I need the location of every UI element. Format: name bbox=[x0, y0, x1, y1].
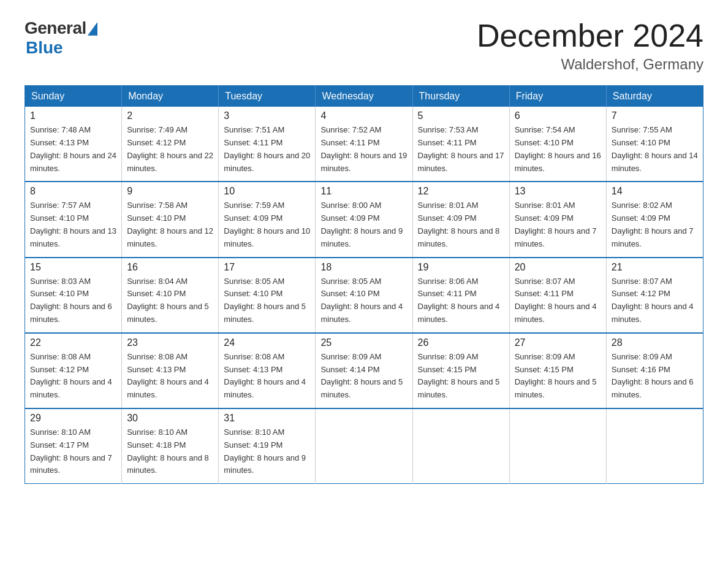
day-info: Sunrise: 8:09 AM Sunset: 4:15 PM Dayligh… bbox=[418, 351, 504, 402]
table-row: 23 Sunrise: 8:08 AM Sunset: 4:13 PM Dayl… bbox=[122, 333, 219, 408]
day-number: 1 bbox=[30, 110, 116, 121]
day-info: Sunrise: 8:09 AM Sunset: 4:14 PM Dayligh… bbox=[320, 351, 407, 402]
table-row: 6 Sunrise: 7:54 AM Sunset: 4:10 PM Dayli… bbox=[509, 107, 606, 182]
day-info: Sunrise: 8:01 AM Sunset: 4:09 PM Dayligh… bbox=[418, 199, 504, 250]
table-row: 21 Sunrise: 8:07 AM Sunset: 4:12 PM Dayl… bbox=[606, 258, 703, 333]
table-row bbox=[316, 408, 412, 484]
day-info: Sunrise: 8:05 AM Sunset: 4:10 PM Dayligh… bbox=[320, 275, 407, 326]
day-info: Sunrise: 7:53 AM Sunset: 4:11 PM Dayligh… bbox=[418, 124, 504, 175]
table-row: 10 Sunrise: 7:59 AM Sunset: 4:09 PM Dayl… bbox=[219, 182, 316, 257]
day-number: 25 bbox=[320, 337, 407, 348]
header-thursday: Thursday bbox=[412, 86, 509, 107]
day-info: Sunrise: 8:08 AM Sunset: 4:13 PM Dayligh… bbox=[127, 351, 213, 402]
table-row: 26 Sunrise: 8:09 AM Sunset: 4:15 PM Dayl… bbox=[412, 333, 509, 408]
day-number: 23 bbox=[127, 337, 213, 348]
calendar-week-row: 29 Sunrise: 8:10 AM Sunset: 4:17 PM Dayl… bbox=[25, 408, 703, 484]
day-info: Sunrise: 8:09 AM Sunset: 4:15 PM Dayligh… bbox=[515, 351, 601, 402]
day-number: 24 bbox=[224, 337, 310, 348]
header-friday: Friday bbox=[509, 86, 606, 107]
day-info: Sunrise: 8:08 AM Sunset: 4:12 PM Dayligh… bbox=[30, 351, 116, 402]
day-number: 8 bbox=[30, 186, 116, 197]
table-row: 15 Sunrise: 8:03 AM Sunset: 4:10 PM Dayl… bbox=[25, 258, 122, 333]
table-row: 18 Sunrise: 8:05 AM Sunset: 4:10 PM Dayl… bbox=[316, 258, 412, 333]
day-info: Sunrise: 8:10 AM Sunset: 4:19 PM Dayligh… bbox=[224, 426, 310, 477]
table-row: 25 Sunrise: 8:09 AM Sunset: 4:14 PM Dayl… bbox=[316, 333, 412, 408]
day-number: 30 bbox=[127, 413, 213, 424]
day-number: 29 bbox=[30, 413, 116, 424]
calendar-week-row: 1 Sunrise: 7:48 AM Sunset: 4:13 PM Dayli… bbox=[25, 107, 703, 182]
table-row: 12 Sunrise: 8:01 AM Sunset: 4:09 PM Dayl… bbox=[412, 182, 509, 257]
title-block: December 2024 Waldershof, Germany bbox=[477, 18, 703, 73]
header-monday: Monday bbox=[122, 86, 219, 107]
table-row: 27 Sunrise: 8:09 AM Sunset: 4:15 PM Dayl… bbox=[509, 333, 606, 408]
day-number: 26 bbox=[418, 337, 504, 348]
day-number: 2 bbox=[127, 110, 213, 121]
day-number: 22 bbox=[30, 337, 116, 348]
day-number: 27 bbox=[515, 337, 601, 348]
calendar-week-row: 22 Sunrise: 8:08 AM Sunset: 4:12 PM Dayl… bbox=[25, 333, 703, 408]
table-row: 8 Sunrise: 7:57 AM Sunset: 4:10 PM Dayli… bbox=[25, 182, 122, 257]
day-number: 10 bbox=[224, 186, 310, 197]
day-number: 31 bbox=[224, 413, 310, 424]
day-info: Sunrise: 8:04 AM Sunset: 4:10 PM Dayligh… bbox=[127, 275, 213, 326]
table-row: 17 Sunrise: 8:05 AM Sunset: 4:10 PM Dayl… bbox=[219, 258, 316, 333]
table-row: 2 Sunrise: 7:49 AM Sunset: 4:12 PM Dayli… bbox=[122, 107, 219, 182]
day-info: Sunrise: 8:01 AM Sunset: 4:09 PM Dayligh… bbox=[515, 199, 601, 250]
day-info: Sunrise: 8:10 AM Sunset: 4:18 PM Dayligh… bbox=[127, 426, 213, 477]
table-row: 28 Sunrise: 8:09 AM Sunset: 4:16 PM Dayl… bbox=[606, 333, 703, 408]
day-number: 13 bbox=[515, 186, 601, 197]
day-info: Sunrise: 8:00 AM Sunset: 4:09 PM Dayligh… bbox=[320, 199, 407, 250]
day-number: 19 bbox=[418, 262, 504, 273]
table-row: 7 Sunrise: 7:55 AM Sunset: 4:10 PM Dayli… bbox=[606, 107, 703, 182]
table-row: 9 Sunrise: 7:58 AM Sunset: 4:10 PM Dayli… bbox=[122, 182, 219, 257]
day-info: Sunrise: 8:08 AM Sunset: 4:13 PM Dayligh… bbox=[224, 351, 310, 402]
logo: General Blue bbox=[25, 18, 97, 58]
header-sunday: Sunday bbox=[25, 86, 122, 107]
calendar-table: Sunday Monday Tuesday Wednesday Thursday… bbox=[25, 85, 703, 484]
table-row: 24 Sunrise: 8:08 AM Sunset: 4:13 PM Dayl… bbox=[219, 333, 316, 408]
day-number: 18 bbox=[320, 262, 407, 273]
table-row: 13 Sunrise: 8:01 AM Sunset: 4:09 PM Dayl… bbox=[509, 182, 606, 257]
day-number: 7 bbox=[612, 110, 698, 121]
day-info: Sunrise: 7:58 AM Sunset: 4:10 PM Dayligh… bbox=[127, 199, 213, 250]
month-title: December 2024 bbox=[477, 18, 703, 53]
day-info: Sunrise: 8:06 AM Sunset: 4:11 PM Dayligh… bbox=[418, 275, 504, 326]
day-number: 20 bbox=[515, 262, 601, 273]
calendar-week-row: 15 Sunrise: 8:03 AM Sunset: 4:10 PM Dayl… bbox=[25, 258, 703, 333]
table-row bbox=[412, 408, 509, 484]
header-wednesday: Wednesday bbox=[316, 86, 412, 107]
day-number: 5 bbox=[418, 110, 504, 121]
day-number: 28 bbox=[612, 337, 698, 348]
day-number: 11 bbox=[320, 186, 407, 197]
header-tuesday: Tuesday bbox=[219, 86, 316, 107]
table-row bbox=[606, 408, 703, 484]
day-info: Sunrise: 8:07 AM Sunset: 4:11 PM Dayligh… bbox=[515, 275, 601, 326]
day-number: 17 bbox=[224, 262, 310, 273]
day-info: Sunrise: 8:10 AM Sunset: 4:17 PM Dayligh… bbox=[30, 426, 116, 477]
table-row: 19 Sunrise: 8:06 AM Sunset: 4:11 PM Dayl… bbox=[412, 258, 509, 333]
table-row: 16 Sunrise: 8:04 AM Sunset: 4:10 PM Dayl… bbox=[122, 258, 219, 333]
day-number: 21 bbox=[612, 262, 698, 273]
day-number: 4 bbox=[320, 110, 407, 121]
table-row: 1 Sunrise: 7:48 AM Sunset: 4:13 PM Dayli… bbox=[25, 107, 122, 182]
table-row bbox=[509, 408, 606, 484]
day-info: Sunrise: 7:51 AM Sunset: 4:11 PM Dayligh… bbox=[224, 124, 310, 175]
table-row: 3 Sunrise: 7:51 AM Sunset: 4:11 PM Dayli… bbox=[219, 107, 316, 182]
header-saturday: Saturday bbox=[606, 86, 703, 107]
day-info: Sunrise: 8:05 AM Sunset: 4:10 PM Dayligh… bbox=[224, 275, 310, 326]
day-info: Sunrise: 7:49 AM Sunset: 4:12 PM Dayligh… bbox=[127, 124, 213, 175]
table-row: 20 Sunrise: 8:07 AM Sunset: 4:11 PM Dayl… bbox=[509, 258, 606, 333]
table-row: 5 Sunrise: 7:53 AM Sunset: 4:11 PM Dayli… bbox=[412, 107, 509, 182]
day-number: 12 bbox=[418, 186, 504, 197]
day-number: 9 bbox=[127, 186, 213, 197]
table-row: 14 Sunrise: 8:02 AM Sunset: 4:09 PM Dayl… bbox=[606, 182, 703, 257]
day-number: 6 bbox=[515, 110, 601, 121]
logo-general-text: General bbox=[25, 18, 86, 38]
table-row: 11 Sunrise: 8:00 AM Sunset: 4:09 PM Dayl… bbox=[316, 182, 412, 257]
day-info: Sunrise: 8:03 AM Sunset: 4:10 PM Dayligh… bbox=[30, 275, 116, 326]
day-info: Sunrise: 7:54 AM Sunset: 4:10 PM Dayligh… bbox=[515, 124, 601, 175]
table-row: 31 Sunrise: 8:10 AM Sunset: 4:19 PM Dayl… bbox=[219, 408, 316, 484]
day-number: 3 bbox=[224, 110, 310, 121]
day-info: Sunrise: 7:59 AM Sunset: 4:09 PM Dayligh… bbox=[224, 199, 310, 250]
calendar-week-row: 8 Sunrise: 7:57 AM Sunset: 4:10 PM Dayli… bbox=[25, 182, 703, 257]
